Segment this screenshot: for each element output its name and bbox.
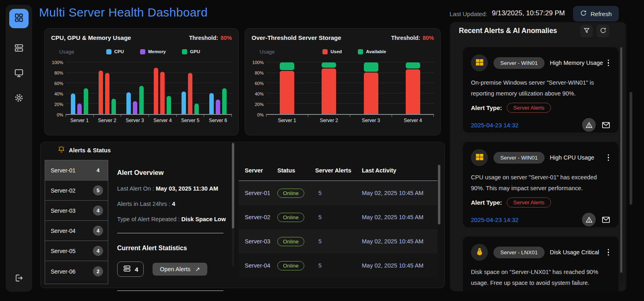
page-scrollbar-thumb[interactable] bbox=[630, 92, 632, 205]
sidebar-item-dashboard[interactable] bbox=[9, 9, 29, 28]
last-activity-cell: May 02, 2025 10:45 AM bbox=[362, 190, 438, 196]
status-badge: Online bbox=[277, 189, 304, 198]
server-alert-count-badge: 2 bbox=[93, 266, 103, 276]
panel-scrollbar[interactable] bbox=[620, 47, 622, 282]
server-name: Server-05 bbox=[51, 248, 75, 254]
legend-swatch bbox=[140, 49, 145, 54]
server-list-item[interactable]: Server-044 bbox=[45, 221, 108, 241]
warning-icon[interactable] bbox=[582, 118, 596, 132]
open-alerts-button[interactable]: Open Alerts ↗ bbox=[153, 263, 207, 276]
alert-type-badge[interactable]: Server Alerts bbox=[507, 103, 551, 113]
footer-icons bbox=[582, 118, 611, 132]
table-row[interactable]: Server-03Online5May 02, 2025 10:45 AM bbox=[239, 229, 438, 253]
filter-icon bbox=[583, 27, 590, 35]
scrollbar-thumb[interactable] bbox=[232, 143, 234, 228]
legend-item-available[interactable]: Available bbox=[358, 49, 386, 54]
legend-swatch bbox=[106, 49, 111, 54]
alert-overview-panel: Alert Overview Last Alert On : May 03, 2… bbox=[117, 160, 232, 284]
refresh-label: Refresh bbox=[590, 10, 612, 17]
warning-icon[interactable] bbox=[582, 213, 596, 226]
mail-icon[interactable] bbox=[601, 215, 611, 224]
used-segment bbox=[280, 71, 294, 114]
bar-memory bbox=[77, 104, 82, 114]
alert-timestamp[interactable]: 2025-04-23 14:32 bbox=[471, 122, 518, 129]
bar-gpu bbox=[194, 104, 199, 114]
server-stack-icon bbox=[14, 43, 24, 55]
overview-row: Last Alert On : May 03, 2025 11:30 AM bbox=[117, 185, 232, 192]
bar-chart-plot: 0%20%40%60%80%100% Server 1Server 2Serve… bbox=[51, 62, 232, 123]
status-cell: Online bbox=[277, 261, 315, 270]
kebab-menu-icon[interactable] bbox=[606, 247, 611, 257]
status-cell: Online bbox=[277, 213, 315, 222]
server-cell: Server-03 bbox=[239, 238, 277, 245]
server-name: Server-03 bbox=[51, 208, 75, 214]
server-name: Server-04 bbox=[51, 228, 75, 234]
server-list-item[interactable]: Server-062 bbox=[45, 261, 108, 281]
alert-type-badge[interactable]: Server Alerts bbox=[507, 197, 551, 208]
server-list-item[interactable]: Server-014 bbox=[45, 160, 108, 181]
server-name: Server-06 bbox=[51, 268, 75, 275]
recent-alerts-title: Recent Alerts & AI Anomalies bbox=[459, 27, 557, 35]
scrollbar-thumb[interactable] bbox=[438, 165, 440, 224]
windows-logo-icon bbox=[475, 152, 484, 163]
alert-timestamp[interactable]: 2025-04-23 14:32 bbox=[471, 216, 518, 223]
alert-count-chip[interactable]: 4 bbox=[117, 262, 144, 277]
alert-card: Server - LNX01Disk Usage CriticalDisk sp… bbox=[463, 237, 619, 291]
bar-cpu bbox=[126, 92, 131, 114]
bar-group bbox=[121, 62, 149, 114]
table-row[interactable]: Server-01Online5May 02, 2025 10:45 AM bbox=[239, 181, 438, 205]
legend-item-gpu[interactable]: GPU bbox=[182, 49, 200, 54]
bar-memory bbox=[105, 73, 109, 114]
axis-tick bbox=[176, 115, 204, 117]
windows-logo-icon bbox=[475, 58, 484, 69]
y-tick-label: 0% bbox=[257, 112, 264, 117]
divider bbox=[117, 291, 223, 291]
overview-scrollbar[interactable] bbox=[232, 142, 234, 266]
sidebar-item-settings[interactable] bbox=[14, 93, 24, 105]
column-header: Server Alerts bbox=[315, 167, 362, 174]
sidebar-item-servers[interactable] bbox=[14, 43, 24, 55]
alerts-count-cell: 5 bbox=[315, 238, 362, 245]
table-body: Server-01Online5May 02, 2025 10:45 AMSer… bbox=[239, 181, 438, 278]
refresh-button[interactable]: Refresh bbox=[573, 6, 619, 21]
mail-icon[interactable] bbox=[601, 120, 611, 130]
server-list-item[interactable]: Server-025 bbox=[45, 181, 108, 201]
sidebar-item-logout[interactable] bbox=[14, 273, 24, 284]
bar-memory bbox=[216, 100, 220, 114]
overview-label: Last Alert On : bbox=[117, 185, 156, 192]
y-axis-title: Usage bbox=[260, 49, 275, 55]
monitor-icon bbox=[14, 68, 24, 80]
table-scrollbar[interactable] bbox=[438, 162, 440, 283]
kebab-menu-icon[interactable] bbox=[606, 58, 611, 68]
legend-item-cpu[interactable]: CPU bbox=[106, 49, 124, 54]
alert-title: High Memory Usage bbox=[550, 60, 603, 66]
refresh-alerts-button[interactable] bbox=[597, 25, 609, 37]
alert-type-row: Alert Type:Server Alerts bbox=[471, 103, 611, 113]
legend-item-memory[interactable]: Memory bbox=[140, 49, 166, 54]
overview-value: 4 bbox=[172, 201, 175, 207]
table-row[interactable]: Server-04Online5May 02, 2025 10:45 AM bbox=[239, 253, 438, 278]
open-alerts-label: Open Alerts bbox=[160, 266, 190, 272]
legend-label: Memory bbox=[148, 49, 166, 54]
server-alert-count-badge: 4 bbox=[93, 165, 103, 175]
axis-tick bbox=[121, 115, 149, 117]
server-list-item[interactable]: Server-054 bbox=[45, 241, 108, 261]
x-axis-ticks bbox=[266, 115, 434, 117]
overview-row: Alerts in Last 24hrs : 4 bbox=[117, 201, 232, 207]
bar-gpu bbox=[139, 86, 144, 114]
section-title: Alerts & Status bbox=[69, 147, 111, 154]
filter-button[interactable] bbox=[580, 25, 593, 37]
category-label: Server 5 bbox=[176, 118, 204, 123]
table-row[interactable]: Server-02Online5May 02, 2025 10:45 AM bbox=[239, 205, 438, 229]
sidebar-item-monitors[interactable] bbox=[14, 68, 24, 80]
kebab-menu-icon[interactable] bbox=[606, 153, 611, 163]
stacked-bar bbox=[406, 62, 420, 114]
bar-group bbox=[266, 62, 308, 114]
legend-item-used[interactable]: Used bbox=[322, 49, 342, 54]
server-list-item[interactable]: Server-034 bbox=[45, 201, 108, 221]
alert-card-header: Server - WIN01High CPU Usage bbox=[471, 149, 611, 166]
server-alert-count-badge: 4 bbox=[93, 206, 103, 216]
y-tick-label: 40% bbox=[54, 91, 63, 96]
y-tick-label: 60% bbox=[255, 81, 264, 86]
scrollbar-thumb[interactable] bbox=[620, 47, 622, 273]
